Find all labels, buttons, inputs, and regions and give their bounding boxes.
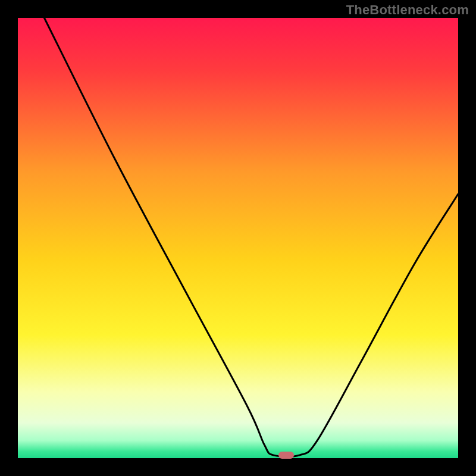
chart-frame: TheBottleneck.com (0, 0, 476, 476)
bottleneck-curve (18, 18, 458, 458)
plot-area (18, 18, 458, 458)
optimal-marker (278, 452, 294, 459)
watermark-text: TheBottleneck.com (346, 2, 469, 18)
